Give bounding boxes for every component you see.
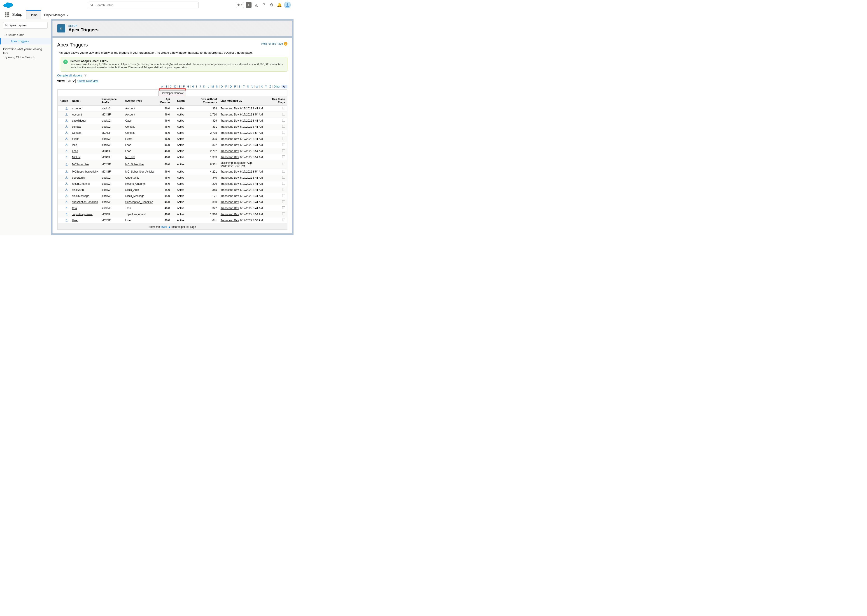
download-icon[interactable] bbox=[65, 155, 68, 159]
modified-by-link[interactable]: Transcend Dev bbox=[221, 207, 239, 210]
modified-by-link[interactable]: Transcend Dev bbox=[221, 182, 239, 185]
trigger-name-link[interactable]: Account bbox=[72, 113, 82, 116]
create-view-link[interactable]: Create New View bbox=[77, 79, 98, 83]
tree-item-apex-triggers[interactable]: Apex Triggers bbox=[0, 38, 51, 44]
trace-checkbox[interactable] bbox=[282, 176, 285, 179]
alpha-I[interactable]: I bbox=[195, 85, 198, 88]
notifications-button[interactable]: 🔔 bbox=[276, 2, 282, 8]
alpha-S[interactable]: S bbox=[238, 85, 242, 88]
trace-checkbox[interactable] bbox=[282, 119, 285, 122]
download-icon[interactable] bbox=[65, 107, 68, 110]
sobject-link[interactable]: Slack_Message bbox=[125, 195, 145, 198]
sobject-link[interactable]: Recent_Channel bbox=[125, 182, 145, 185]
sobject-link[interactable]: MC_List bbox=[125, 156, 135, 159]
alpha-F[interactable]: F bbox=[182, 85, 186, 88]
download-icon[interactable] bbox=[65, 182, 68, 185]
help-for-page-link[interactable]: Help for this Page ? bbox=[262, 42, 287, 46]
alpha-W[interactable]: W bbox=[255, 85, 260, 88]
modified-by-link[interactable]: Transcend Dev bbox=[221, 201, 239, 204]
tab-object-manager[interactable]: Object Manager ⌄ bbox=[41, 10, 72, 19]
trigger-name-link[interactable]: MCSubscriberActivity bbox=[72, 170, 98, 173]
download-icon[interactable] bbox=[65, 176, 68, 179]
trace-checkbox[interactable] bbox=[282, 113, 285, 115]
app-launcher[interactable] bbox=[3, 10, 11, 19]
trigger-name-link[interactable]: event bbox=[72, 137, 79, 140]
view-select[interactable]: All bbox=[66, 79, 76, 83]
alpha-Z[interactable]: Z bbox=[268, 85, 272, 88]
trace-checkbox[interactable] bbox=[282, 125, 285, 128]
trigger-name-link[interactable]: slackAuth bbox=[72, 189, 84, 192]
trigger-name-link[interactable]: caseTrigger bbox=[72, 119, 86, 122]
modified-by-link[interactable]: Transcend Dev bbox=[221, 219, 239, 222]
modified-by-link[interactable]: Transcend Dev bbox=[221, 137, 239, 140]
col-api[interactable]: Api Version bbox=[156, 96, 172, 105]
col-last-modified[interactable]: Last Modified By bbox=[219, 96, 266, 105]
trace-checkbox[interactable] bbox=[282, 143, 285, 146]
modified-by-link[interactable]: Transcend Dev bbox=[221, 176, 239, 179]
alpha-J[interactable]: J bbox=[198, 85, 202, 88]
modified-by-link[interactable]: Transcend Dev bbox=[221, 113, 239, 116]
modified-by-link[interactable]: Transcend Dev bbox=[221, 143, 239, 147]
modified-by-link[interactable]: Transcend Dev bbox=[221, 213, 239, 216]
alpha-Q[interactable]: Q bbox=[229, 85, 233, 88]
col-namespace[interactable]: Namespace Prefix bbox=[100, 96, 123, 105]
trigger-name-link[interactable]: opportunity bbox=[72, 176, 85, 179]
alpha-L[interactable]: L bbox=[207, 85, 210, 88]
download-icon[interactable] bbox=[65, 149, 68, 153]
alpha-B[interactable]: B bbox=[164, 85, 169, 88]
search-input[interactable] bbox=[88, 2, 199, 8]
col-size[interactable]: Size Without Comments bbox=[187, 96, 219, 105]
sobject-link[interactable]: Subscription_Condition bbox=[125, 201, 153, 204]
download-icon[interactable] bbox=[65, 137, 68, 140]
favorites-button[interactable]: ★▼ bbox=[236, 2, 244, 8]
alpha-all[interactable]: All bbox=[282, 85, 287, 88]
alpha-U[interactable]: U bbox=[246, 85, 251, 88]
trigger-name-link[interactable]: slackMessage bbox=[72, 195, 89, 198]
trace-checkbox[interactable] bbox=[282, 156, 285, 158]
trace-checkbox[interactable] bbox=[282, 182, 285, 185]
modified-by-link[interactable]: Transcend Dev bbox=[221, 149, 239, 153]
tab-home[interactable]: Home bbox=[26, 10, 41, 19]
tree-section-custom-code[interactable]: ⌄ Custom Code bbox=[0, 32, 51, 38]
download-icon[interactable] bbox=[65, 119, 68, 122]
fewer-link[interactable]: fewer bbox=[161, 225, 167, 228]
tree-filter-input[interactable] bbox=[3, 22, 48, 29]
trace-checkbox[interactable] bbox=[282, 212, 285, 215]
alpha-G[interactable]: G bbox=[186, 85, 191, 88]
col-status[interactable]: Status bbox=[172, 96, 187, 105]
alpha-E[interactable]: E bbox=[178, 85, 182, 88]
trigger-name-link[interactable]: account bbox=[72, 107, 82, 110]
download-icon[interactable] bbox=[65, 125, 68, 128]
alpha-V[interactable]: V bbox=[251, 85, 255, 88]
trailhead-button[interactable]: ◬ bbox=[253, 2, 259, 8]
modified-by-link[interactable]: Transcend Dev bbox=[221, 156, 239, 159]
download-icon[interactable] bbox=[65, 194, 68, 198]
sobject-link[interactable]: Slack_Auth bbox=[125, 189, 139, 192]
trace-checkbox[interactable] bbox=[282, 218, 285, 221]
trigger-name-link[interactable]: MCSubscriber bbox=[72, 163, 89, 166]
alpha-P[interactable]: P bbox=[224, 85, 229, 88]
trace-checkbox[interactable] bbox=[282, 200, 285, 203]
trigger-name-link[interactable]: contact bbox=[72, 125, 81, 128]
download-icon[interactable] bbox=[65, 188, 68, 192]
avatar[interactable] bbox=[284, 2, 291, 8]
trigger-name-link[interactable]: task bbox=[72, 207, 77, 210]
alpha-M[interactable]: M bbox=[210, 85, 215, 88]
compile-all-link[interactable]: Compile all triggers bbox=[57, 74, 82, 77]
download-icon[interactable] bbox=[65, 143, 68, 147]
alpha-T[interactable]: T bbox=[242, 85, 246, 88]
trace-checkbox[interactable] bbox=[282, 170, 285, 173]
modified-by-link[interactable]: Transcend Dev bbox=[221, 195, 239, 198]
trace-checkbox[interactable] bbox=[282, 137, 285, 140]
modified-by-link[interactable]: Transcend Dev bbox=[221, 107, 239, 110]
download-icon[interactable] bbox=[65, 212, 68, 216]
salesforce-logo[interactable] bbox=[3, 2, 14, 8]
trace-checkbox[interactable] bbox=[282, 194, 285, 197]
alpha-Y[interactable]: Y bbox=[264, 85, 268, 88]
info-icon[interactable]: i bbox=[84, 74, 87, 77]
sobject-link[interactable]: MC_Subscriber_Activity bbox=[125, 170, 154, 173]
help-button[interactable]: ? bbox=[261, 2, 267, 8]
col-trace[interactable]: Has Trace Flags bbox=[266, 96, 287, 105]
download-icon[interactable] bbox=[65, 131, 68, 134]
alpha-X[interactable]: X bbox=[260, 85, 264, 88]
